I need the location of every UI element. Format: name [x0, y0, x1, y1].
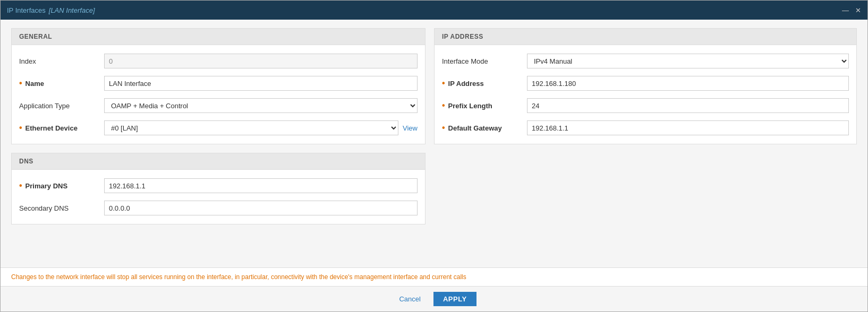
index-label: Index — [19, 57, 104, 65]
ethernet-device-label: • Ethernet Device — [19, 124, 104, 132]
apply-button[interactable]: APPLY — [433, 292, 476, 306]
top-sections-row: GENERAL Index • Name — [11, 28, 857, 144]
name-label: • Name — [19, 79, 104, 88]
dns-right-spacer — [434, 153, 857, 224]
application-type-select[interactable]: OAMP + Media + Control OAMP Media Contro… — [104, 98, 418, 113]
title-bar-link[interactable]: IP Interfaces — [7, 6, 46, 14]
secondary-dns-label: Secondary DNS — [19, 204, 104, 212]
minimize-button[interactable]: — — [842, 6, 849, 14]
index-row: Index — [19, 54, 418, 68]
secondary-dns-row: Secondary DNS — [19, 201, 418, 215]
main-window: IP Interfaces [LAN Interface] — ✕ GENERA… — [0, 0, 868, 312]
ip-address-row: • IP Address — [442, 76, 849, 91]
close-button[interactable]: ✕ — [855, 6, 861, 14]
prefix-length-label: • Prefix Length — [442, 101, 527, 110]
content-area: GENERAL Index • Name — [1, 20, 867, 267]
ethernet-view-link[interactable]: View — [403, 124, 418, 132]
ethernet-device-row: • Ethernet Device #0 [LAN] #1 [WAN] View — [19, 120, 418, 135]
warning-text: Changes to the network interface will st… — [11, 273, 466, 281]
interface-mode-label: Interface Mode — [442, 57, 527, 65]
title-bar-controls: — ✕ — [842, 6, 861, 14]
dns-header: DNS — [12, 153, 425, 170]
ethernet-device-select[interactable]: #0 [LAN] #1 [WAN] — [104, 120, 398, 135]
application-type-row: Application Type OAMP + Media + Control … — [19, 98, 418, 113]
name-required-dot: • — [19, 79, 22, 88]
default-gateway-row: • Default Gateway — [442, 120, 849, 135]
name-row: • Name — [19, 76, 418, 91]
name-input[interactable] — [104, 76, 418, 91]
ip-address-label: • IP Address — [442, 79, 527, 88]
dns-body: • Primary DNS Secondary DNS — [12, 170, 425, 224]
default-gateway-label: • Default Gateway — [442, 124, 527, 132]
prefix-required-dot: • — [442, 101, 445, 110]
primary-dns-input[interactable] — [104, 178, 418, 193]
application-type-label: Application Type — [19, 102, 104, 110]
ethernet-required-dot: • — [19, 124, 22, 132]
gateway-required-dot: • — [442, 124, 445, 132]
ip-required-dot: • — [442, 79, 445, 88]
dns-sections-row: DNS • Primary DNS Secondary DNS — [11, 153, 857, 224]
dns-section: DNS • Primary DNS Secondary DNS — [11, 153, 426, 224]
general-section: GENERAL Index • Name — [11, 28, 426, 144]
general-header: GENERAL — [12, 29, 425, 45]
ethernet-device-wrapper: #0 [LAN] #1 [WAN] View — [104, 120, 418, 135]
title-bar: IP Interfaces [LAN Interface] — ✕ — [1, 1, 867, 20]
title-bar-page: LAN Interface — [50, 6, 93, 14]
cancel-button[interactable]: Cancel — [392, 292, 428, 306]
prefix-length-input[interactable] — [527, 98, 849, 113]
footer-actions: Cancel APPLY — [1, 286, 867, 311]
ip-address-header: IP ADDRESS — [435, 29, 856, 45]
prefix-length-row: • Prefix Length — [442, 98, 849, 113]
ip-address-section: IP ADDRESS Interface Mode IPv4 Manual IP… — [434, 28, 857, 144]
index-input[interactable] — [104, 54, 418, 68]
default-gateway-input[interactable] — [527, 120, 849, 135]
ip-address-body: Interface Mode IPv4 Manual IPv4 DHCP IPv… — [435, 45, 856, 144]
ip-address-input[interactable] — [527, 76, 849, 91]
secondary-dns-input[interactable] — [104, 201, 418, 215]
title-bar-current: [LAN Interface] — [49, 6, 95, 14]
primary-dns-row: • Primary DNS — [19, 178, 418, 193]
interface-mode-select[interactable]: IPv4 Manual IPv4 DHCP IPv6 Manual IPv6 A… — [527, 54, 849, 68]
title-bar-left: IP Interfaces [LAN Interface] — [7, 6, 95, 14]
footer-warning: Changes to the network interface will st… — [1, 267, 867, 286]
primary-dns-label: • Primary DNS — [19, 181, 104, 190]
primary-dns-required-dot: • — [19, 181, 22, 190]
general-body: Index • Name A — [12, 45, 425, 144]
interface-mode-row: Interface Mode IPv4 Manual IPv4 DHCP IPv… — [442, 54, 849, 68]
